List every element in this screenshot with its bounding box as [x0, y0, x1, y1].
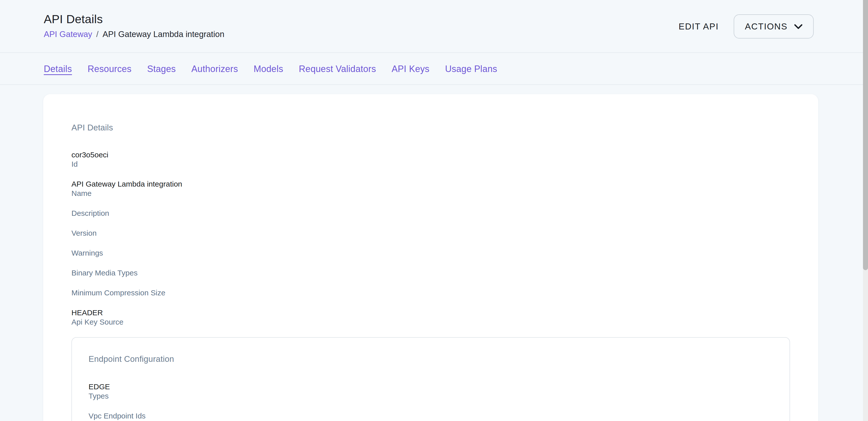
field-row-description: Description: [71, 208, 790, 218]
field-label-api-key-source: Api Key Source: [71, 317, 790, 327]
actions-button[interactable]: ACTIONS: [734, 15, 814, 38]
actions-button-label: ACTIONS: [745, 21, 787, 31]
tab-usage-plans[interactable]: Usage Plans: [445, 63, 497, 75]
breadcrumb-current: API Gateway Lambda integration: [103, 29, 224, 39]
tab-stages[interactable]: Stages: [147, 63, 176, 75]
tab-api-keys[interactable]: API Keys: [392, 63, 429, 75]
page-title: API Details: [44, 11, 224, 27]
field-row-binary-media-types: Binary Media Types: [71, 268, 790, 278]
field-value-id: cor3o5oeci: [71, 150, 790, 159]
tab-authorizers[interactable]: Authorizers: [191, 63, 238, 75]
field-label-version: Version: [71, 228, 790, 238]
edit-api-button[interactable]: EDIT API: [679, 21, 719, 31]
field-row-version: Version: [71, 228, 790, 238]
field-row-types: EDGE Types: [89, 382, 773, 401]
field-value-name: API Gateway Lambda integration: [71, 179, 790, 189]
vertical-scrollbar-thumb[interactable]: [863, 0, 868, 270]
header-actions: EDIT API ACTIONS: [679, 0, 814, 53]
tab-request-validators[interactable]: Request Validators: [299, 63, 376, 75]
field-label-binary-media-types: Binary Media Types: [71, 268, 790, 278]
field-label-minimum-compression-size: Minimum Compression Size: [71, 288, 790, 298]
field-row-name: API Gateway Lambda integration Name: [71, 179, 790, 198]
vertical-scrollbar-track[interactable]: [863, 0, 868, 421]
field-label-warnings: Warnings: [71, 248, 790, 258]
endpoint-configuration-card: Endpoint Configuration EDGE Types Vpc En…: [71, 337, 790, 421]
tab-bar: Details Resources Stages Authorizers Mod…: [0, 53, 863, 85]
field-value-types: EDGE: [89, 382, 773, 391]
field-label-vpc-endpoint-ids: Vpc Endpoint Ids: [89, 411, 773, 421]
header-title-block: API Details API Gateway / API Gateway La…: [44, 11, 224, 39]
field-row-minimum-compression-size: Minimum Compression Size: [71, 288, 790, 298]
tab-resources[interactable]: Resources: [88, 63, 131, 75]
field-label-id: Id: [71, 159, 790, 169]
page-header: API Details API Gateway / API Gateway La…: [0, 0, 863, 53]
tab-details[interactable]: Details: [44, 63, 72, 75]
field-value-api-key-source: HEADER: [71, 308, 790, 317]
breadcrumb-link-api-gateway[interactable]: API Gateway: [44, 29, 92, 39]
field-label-description: Description: [71, 208, 790, 218]
breadcrumb-separator: /: [96, 29, 99, 39]
field-row-id: cor3o5oeci Id: [71, 150, 790, 169]
chevron-down-icon: [794, 21, 803, 31]
section-title-api-details: API Details: [71, 122, 790, 133]
field-row-api-key-source: HEADER Api Key Source: [71, 308, 790, 327]
breadcrumb: API Gateway / API Gateway Lambda integra…: [44, 29, 224, 39]
tab-models[interactable]: Models: [253, 63, 283, 75]
field-row-vpc-endpoint-ids: Vpc Endpoint Ids: [89, 411, 773, 421]
field-row-warnings: Warnings: [71, 248, 790, 258]
section-title-endpoint-configuration: Endpoint Configuration: [89, 354, 773, 364]
field-label-name: Name: [71, 189, 790, 198]
field-label-types: Types: [89, 391, 773, 401]
api-details-card: API Details cor3o5oeci Id API Gateway La…: [43, 94, 818, 421]
